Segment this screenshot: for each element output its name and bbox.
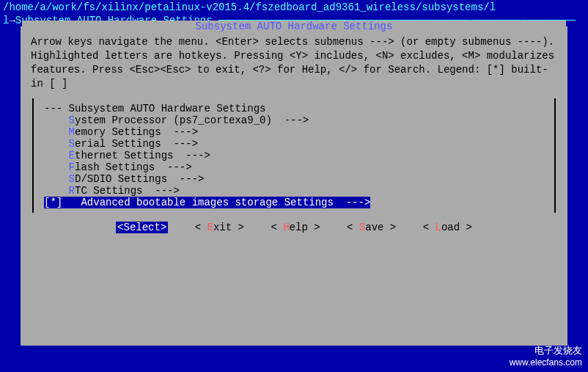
load-button[interactable]: < Load > [423, 222, 472, 233]
menu-item[interactable]: Memory Settings ---> [34, 126, 554, 138]
menu-header: --- Subsystem AUTO Hardware Settings [34, 103, 554, 114]
save-button[interactable]: < Save > [347, 222, 396, 233]
select-button[interactable]: <Select> [116, 222, 168, 233]
menu-item[interactable]: Ethernet Settings ---> [34, 150, 554, 161]
menu-item[interactable]: Flash Settings ---> [34, 161, 554, 173]
menu-list: --- Subsystem AUTO Hardware Settings Sys… [32, 98, 556, 213]
help-text: Arrow keys navigate the menu. <Enter> se… [22, 32, 566, 94]
dialog-title: Subsystem AUTO Hardware Settings [22, 21, 566, 32]
menu-item[interactable]: SD/SDIO Settings ---> [34, 173, 554, 185]
dialog-box: Subsystem AUTO Hardware Settings Arrow k… [21, 26, 567, 346]
help-button[interactable]: < Help > [271, 222, 320, 233]
menu-item-selected[interactable]: [*] Advanced bootable images storage Set… [34, 197, 554, 208]
menu-item[interactable]: Serial Settings ---> [34, 138, 554, 150]
exit-button[interactable]: < Exit > [195, 222, 244, 233]
watermark: 电子发烧友 www.elecfans.com [510, 344, 582, 368]
menu-item[interactable]: System Processor (ps7_cortexa9_0) ---> [34, 114, 554, 126]
menu-item[interactable]: RTC Settings ---> [34, 185, 554, 197]
button-bar: <Select> < Exit > < Help > < Save > < Lo… [22, 219, 566, 239]
path-line: /home/a/work/fs/xilinx/petalinux-v2015.4… [0, 0, 588, 15]
